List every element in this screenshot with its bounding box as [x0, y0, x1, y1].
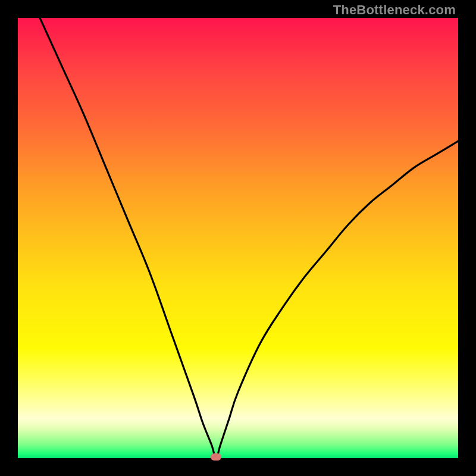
- chart-plot-area: [18, 18, 458, 458]
- bottleneck-curve: [18, 18, 458, 458]
- watermark-text: TheBottleneck.com: [333, 2, 456, 18]
- optimal-point-marker: [211, 453, 221, 461]
